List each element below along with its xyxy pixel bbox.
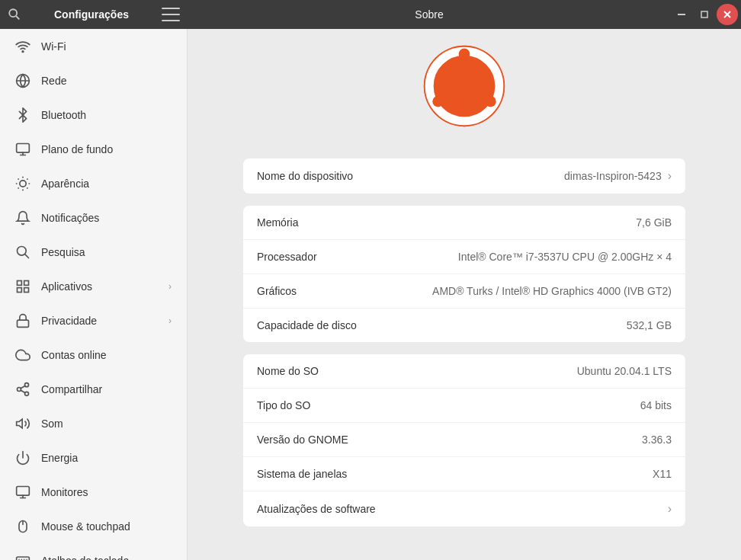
- versao-gnome-value: 3.36.3: [642, 434, 672, 446]
- versao-gnome-label: Versão do GNOME: [257, 434, 348, 446]
- sidebar-item-rede-label: Rede: [41, 75, 172, 87]
- titlebar-controls: [671, 4, 741, 25]
- svg-marker-25: [17, 419, 23, 428]
- svg-line-24: [21, 386, 25, 388]
- device-card: Nome do dispositivo dimas-Inspiron-5423 …: [243, 158, 685, 194]
- privacidade-arrow-icon: ›: [168, 315, 172, 326]
- menu-icon[interactable]: [162, 8, 180, 21]
- hardware-card: Memória 7,6 GiB Processador Intel® Core™…: [243, 206, 685, 342]
- graficos-row: Gráficos AMD® Turks / Intel® HD Graphics…: [243, 274, 685, 309]
- processador-row: Processador Intel® Core™ i7-3537U CPU @ …: [243, 240, 685, 274]
- sidebar-item-monitores-label: Monitores: [41, 486, 172, 498]
- sidebar-item-privacidade[interactable]: Privacidade ›: [3, 304, 184, 338]
- power-icon: [15, 450, 30, 466]
- sidebar-item-rede[interactable]: Rede: [3, 64, 184, 98]
- close-button[interactable]: [717, 4, 738, 25]
- graficos-label: Gráficos: [257, 285, 297, 297]
- wifi-icon: [15, 39, 30, 54]
- atualizacoes-row[interactable]: Atualizações de software ›: [243, 491, 685, 526]
- svg-rect-27: [17, 487, 30, 496]
- sidebar-item-pesquisa[interactable]: Pesquisa: [3, 235, 184, 269]
- tipo-so-row: Tipo do SO 64 bits: [243, 389, 685, 423]
- sidebar-item-compartilhar-label: Compartilhar: [41, 383, 172, 395]
- sidebar-item-wifi-label: Wi-Fi: [41, 40, 172, 53]
- device-name-label: Nome do dispositivo: [257, 170, 353, 182]
- device-name-arrow-icon: ›: [668, 169, 672, 183]
- sidebar-item-energia-label: Energia: [41, 452, 172, 464]
- svg-line-14: [25, 254, 29, 258]
- apps-icon: [15, 279, 30, 294]
- sidebar-item-bluetooth[interactable]: Bluetooth: [3, 98, 184, 132]
- svg-point-41: [459, 49, 470, 60]
- sidebar-item-privacidade-label: Privacidade: [41, 315, 158, 327]
- mouse-icon: [15, 519, 30, 534]
- sidebar-item-aplicativos-label: Aplicativos: [41, 280, 158, 293]
- monitor-icon: [15, 485, 30, 500]
- sidebar-item-compartilhar[interactable]: Compartilhar: [3, 373, 184, 406]
- memoria-row: Memória 7,6 GiB: [243, 206, 685, 240]
- titlebar-left: Configurações: [0, 8, 188, 21]
- titlebar: Configurações Sobre: [0, 0, 741, 29]
- sidebar-item-mouse-touchpad[interactable]: Mouse & touchpad: [3, 510, 184, 543]
- maximize-button[interactable]: [694, 4, 715, 25]
- appearance-icon: [15, 176, 30, 191]
- search-icon[interactable]: [8, 8, 21, 21]
- titlebar-center-title: Sobre: [188, 8, 671, 21]
- sidebar: Wi-Fi Rede Bluetooth: [0, 29, 188, 560]
- sidebar-item-monitores[interactable]: Monitores: [3, 475, 184, 509]
- svg-line-1: [16, 16, 19, 19]
- sidebar-item-som[interactable]: Som: [3, 407, 184, 440]
- atualizacoes-label: Atualizações de software: [257, 503, 376, 515]
- tipo-so-label: Tipo do SO: [257, 399, 310, 411]
- sidebar-item-aparencia[interactable]: Aparência: [3, 167, 184, 200]
- sidebar-item-notificacoes[interactable]: Notificações: [3, 201, 184, 235]
- svg-point-6: [22, 51, 24, 53]
- pesquisa-icon: [15, 245, 30, 260]
- sidebar-item-wifi[interactable]: Wi-Fi: [3, 30, 184, 63]
- atualizacoes-arrow-icon: ›: [668, 502, 672, 516]
- cloud-icon: [15, 347, 30, 363]
- minimize-button[interactable]: [671, 4, 692, 25]
- versao-gnome-row: Versão do GNOME 3.36.3: [243, 423, 685, 457]
- memoria-value: 7,6 GiB: [636, 216, 672, 229]
- share-icon: [15, 382, 30, 397]
- sidebar-item-aplicativos[interactable]: Aplicativos ›: [3, 270, 184, 303]
- sidebar-item-contas-online[interactable]: Contas online: [3, 338, 184, 372]
- svg-point-0: [9, 9, 17, 17]
- lock-icon: [15, 313, 30, 328]
- svg-rect-3: [701, 11, 707, 18]
- disco-row: Capacidade de disco 532,1 GB: [243, 309, 685, 342]
- svg-rect-17: [24, 288, 29, 293]
- sidebar-item-plano-de-fundo[interactable]: Plano de fundo: [3, 133, 184, 166]
- sistema-janelas-value: X11: [653, 468, 672, 480]
- bell-icon: [15, 210, 30, 226]
- memoria-label: Memória: [257, 216, 298, 229]
- tipo-so-value: 64 bits: [640, 399, 672, 411]
- sidebar-item-som-label: Som: [41, 418, 172, 430]
- svg-line-23: [21, 390, 25, 392]
- nome-so-value: Ubuntu 20.04.1 LTS: [577, 365, 672, 377]
- sidebar-item-energia[interactable]: Energia: [3, 441, 184, 475]
- sidebar-item-pesquisa-label: Pesquisa: [41, 246, 172, 258]
- sidebar-item-plano-de-fundo-label: Plano de fundo: [41, 143, 172, 155]
- main-layout: Wi-Fi Rede Bluetooth: [0, 29, 741, 560]
- keyboard-icon: [15, 553, 30, 560]
- nome-so-row: Nome do SO Ubuntu 20.04.1 LTS: [243, 354, 685, 389]
- sidebar-item-atalhos-teclado[interactable]: Atalhos de teclado: [3, 544, 184, 560]
- atualizacoes-value: ›: [668, 502, 672, 516]
- svg-rect-9: [17, 144, 30, 153]
- sidebar-item-bluetooth-label: Bluetooth: [41, 109, 172, 121]
- svg-rect-19: [18, 320, 29, 327]
- device-name-value: dimas-Inspiron-5423 ›: [564, 169, 672, 183]
- sound-icon: [15, 416, 30, 431]
- sidebar-item-mouse-touchpad-label: Mouse & touchpad: [41, 520, 172, 533]
- titlebar-settings-title: Configurações: [29, 8, 154, 21]
- graficos-value: AMD® Turks / Intel® HD Graphics 4000 (IV…: [432, 285, 672, 297]
- aplicativos-arrow-icon: ›: [168, 281, 172, 292]
- processador-label: Processador: [257, 251, 317, 263]
- device-name-row[interactable]: Nome do dispositivo dimas-Inspiron-5423 …: [243, 158, 685, 194]
- sistema-janelas-row: Sistema de janelas X11: [243, 457, 685, 491]
- svg-rect-2: [678, 14, 685, 15]
- svg-rect-15: [18, 281, 22, 286]
- sistema-janelas-label: Sistema de janelas: [257, 468, 347, 480]
